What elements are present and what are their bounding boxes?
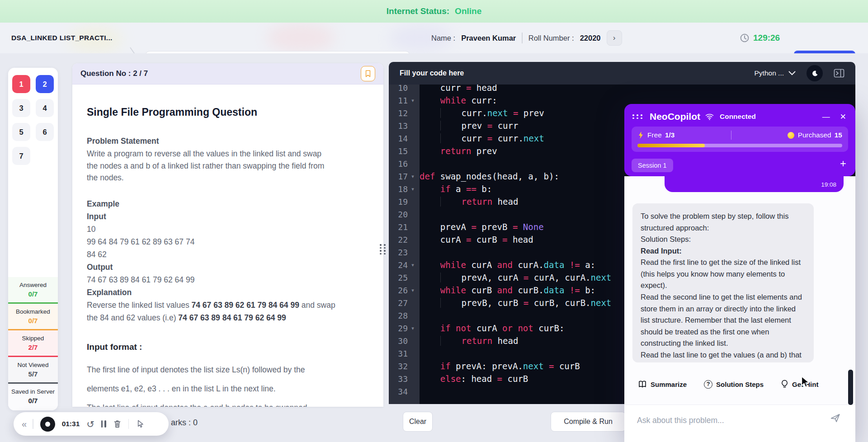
panel-resize-handle[interactable] [380,244,386,254]
book-icon [638,380,647,388]
copilot-input-bar [624,404,855,442]
problem-statement-heading: Problem Statement [87,136,370,146]
chevron-down-icon [788,71,796,75]
purchased-label: Purchased [798,131,831,139]
bolt-icon [637,131,644,139]
palette-legend: Answered0/7Bookmarked0/7Skipped2/7Not Vi… [8,277,58,410]
timer: 129:26 [740,23,780,53]
editor-title: Fill your code here [400,69,464,77]
editor-header: Fill your code here Python ... [389,62,855,85]
credits-progress-fill [637,144,705,147]
roll-value: 22020 [580,34,601,42]
close-button[interactable]: ✕ [840,113,846,121]
divider [33,419,33,429]
output-line: 74 67 63 89 84 61 79 62 64 99 [87,273,370,286]
input-format-heading: Input format : [87,342,370,352]
question-1-button[interactable]: 1 [12,75,30,93]
explanation-text: Reverse the linked list values 74 67 63 … [87,299,341,324]
output-heading: Output [87,261,370,273]
assistant-message: To solve the problem step by step, follo… [632,203,814,362]
question-palette: 1234567 Answered0/7Bookmarked0/7Skipped2… [8,68,58,410]
bookmark-button[interactable] [361,66,375,81]
get-hint-button[interactable]: Get Hint [781,380,818,389]
pause-recording-icon[interactable] [101,420,106,428]
connection-status: Connected [720,113,756,121]
section-dropdown[interactable]: Section 1/1 CODING (7) [145,51,410,53]
question-5-button[interactable]: 5 [12,123,30,141]
explanation-heading: Explanation [87,286,370,299]
question-3-button[interactable]: 3 [12,99,30,117]
divider [731,131,731,140]
app-header: DSA_LINKED LIST_PRACTI... Section 1/1 CO… [0,23,868,53]
name-value: Praveen Kumar [461,34,516,42]
session-tab[interactable]: Session 1 [632,159,673,172]
solution-steps-button[interactable]: ? Solution Steps [704,380,764,389]
input-format-text: The first line of input denotes the list… [87,360,338,398]
collapse-panel-icon[interactable] [834,69,844,78]
code-line-10[interactable]: 10 curr = head [389,85,855,94]
submit-test-button[interactable]: Submit Test [794,51,855,53]
copilot-header: NeoCopilot Connected — ✕ Free 1/3 Purcha… [624,104,855,176]
input-heading: Input [87,210,370,223]
moon-icon [811,70,819,77]
question-2-button[interactable]: 2 [36,75,54,93]
compile-run-button[interactable]: Compile & Run [551,412,626,432]
coin-icon [788,132,794,139]
clock-icon [740,33,750,43]
identity-expand-button[interactable]: › [607,30,622,46]
input-format-text-cut: The last line of input denotes the a and… [87,398,338,407]
purchased-count: 15 [835,131,842,139]
divider [522,33,523,43]
candidate-identity: Name : Praveen Kumar Roll Number : 22020… [431,23,622,53]
add-session-button[interactable]: + [840,157,846,170]
timer-value: 129:26 [753,33,780,43]
summarize-button[interactable]: Summarize [638,380,687,388]
clear-button[interactable]: Clear [403,412,433,432]
marks-label: arks : 0 [171,418,198,428]
legend-answered: Answered0/7 [8,277,58,304]
legend-skipped: Skipped2/7 [8,330,58,357]
chat-scrollbar[interactable] [848,370,853,405]
decor-blob [267,23,335,52]
language-value: Python ... [755,69,784,77]
question-title: Single File Programming Question [87,106,370,118]
lightbulb-icon [781,380,788,389]
question-7-button[interactable]: 7 [12,147,30,165]
ask-problem-input[interactable] [637,412,809,428]
credits-box: Free 1/3 Purchased 15 [632,127,848,152]
restart-recording-icon[interactable]: ↺ [86,419,94,429]
bookmark-icon [364,70,372,78]
send-icon[interactable] [830,413,841,423]
divider [128,419,129,429]
question-number: Question No : 2 / 7 [80,69,148,78]
internet-status-bar: Internet Status: Online [0,0,868,23]
legend-not-viewed: Not Viewed5/7 [8,357,58,384]
minimize-button[interactable]: — [822,113,830,121]
example-heading: Example [87,197,370,210]
record-button[interactable] [40,417,55,432]
drag-handle-icon[interactable] [632,114,643,119]
input-line: 84 62 [87,248,370,261]
legend-bookmarked: Bookmarked0/7 [8,304,58,330]
wifi-icon [705,113,714,120]
pointer-tool-icon[interactable] [136,419,144,428]
question-6-button[interactable]: 6 [36,123,54,141]
roll-label: Roll Number : [528,34,574,42]
summarize-label: Summarize [651,381,687,388]
delete-recording-icon[interactable] [113,419,122,428]
question-4-button[interactable]: 4 [36,99,54,117]
internet-status-label: Internet Status: [387,6,449,16]
free-label: Free [647,131,662,139]
language-dropdown[interactable]: Python ... [755,69,796,77]
question-header-bar: Question No : 2 / 7 [72,63,383,85]
credits-progress-track [637,144,842,147]
theme-toggle-button[interactable] [807,65,823,81]
internet-status-value: Online [455,6,481,16]
get-hint-label: Get Hint [792,381,818,388]
neocopilot-panel: 19:08 NeoCopilot Connected — ✕ Free 1/3 … [624,104,855,442]
question-circle-icon: ? [704,380,712,389]
recorder-toolbar: « 01:31 ↺ [14,412,169,436]
message-timestamp: 19:08 [821,181,836,188]
collapse-recorder-button[interactable]: « [22,419,26,429]
question-grid: 1234567 [8,68,58,172]
